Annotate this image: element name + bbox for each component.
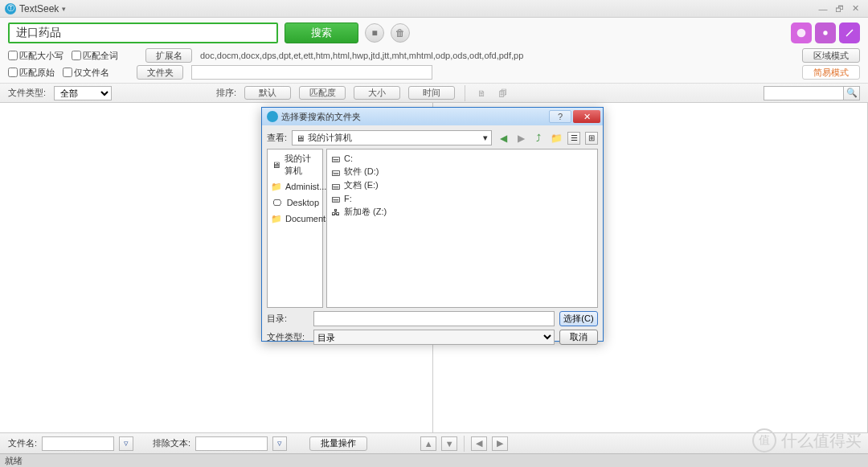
file-type-label: 文件类型: (8, 87, 46, 99)
folder-button[interactable]: 文件夹 (137, 65, 183, 80)
cancel-button[interactable]: 取消 (559, 330, 598, 345)
region-mode-button[interactable]: 区域模式 (802, 48, 860, 63)
computer-icon: 🖥 (296, 133, 305, 143)
arrow-up-button[interactable]: ▲ (420, 436, 436, 451)
match-raw-checkbox[interactable]: 匹配原始 (8, 67, 55, 79)
titlebar: Ⓣ TextSeek ▾ — 🗗 ✕ (0, 0, 868, 18)
toolbar: 搜索 ■ 🗑 匹配大小写 匹配全词 扩展名 doc,docm,docx,dps,… (0, 18, 868, 84)
chevron-down-icon[interactable]: ▾ (62, 5, 66, 13)
place-mycomputer[interactable]: 🖥我的计算机 (269, 151, 321, 178)
maximize-button[interactable]: 🗗 (831, 2, 847, 15)
sort-time[interactable]: 时间 (408, 86, 455, 100)
desktop-icon: 🖵 (271, 196, 284, 209)
select-button[interactable]: 选择(C) (559, 311, 598, 326)
search-input[interactable] (8, 23, 278, 43)
up-icon[interactable]: ⤴ (532, 132, 545, 145)
file-type-select[interactable]: 全部 (54, 86, 112, 100)
app-title: TextSeek (19, 3, 59, 14)
lookin-label: 查看: (267, 132, 287, 144)
funnel-icon[interactable]: ▿ (119, 436, 133, 451)
exclude-text-label: 排除文本: (153, 437, 190, 449)
folder-dialog: 选择要搜索的文件夹 ? ✕ 查看: 🖥 我的计算机 ▾ ◀ ▶ ⤴ 📁 ☰ ⊞ … (261, 107, 604, 342)
settings-icon[interactable] (815, 23, 836, 43)
arrow-down-button[interactable]: ▼ (441, 436, 457, 451)
list-item[interactable]: 🖧新加卷 (Z:) (330, 205, 595, 219)
computer-icon: 🖥 (271, 158, 281, 171)
close-button[interactable]: ✕ (847, 2, 863, 15)
bottom-bar: 文件名: ▿ 排除文本: ▿ 批量操作 ▲ ▼ ◀ ▶ (0, 432, 868, 453)
new-folder-icon[interactable]: 📁 (550, 132, 563, 145)
drive-icon: 🖴 (330, 180, 341, 191)
status-text: 就绪 (5, 456, 23, 465)
back-icon[interactable]: ◀ (497, 132, 510, 145)
list-view-icon[interactable]: ☰ (567, 132, 580, 145)
netdrive-icon: 🖧 (330, 207, 341, 218)
place-desktop[interactable]: 🖵Desktop (269, 195, 321, 211)
place-admin[interactable]: 📁Administ... (269, 178, 321, 195)
funnel-icon-2[interactable]: ▿ (272, 436, 287, 451)
arrow-left-button[interactable]: ◀ (471, 436, 487, 451)
places-panel: 🖥我的计算机 📁Administ... 🖵Desktop 📁Documents (267, 149, 323, 308)
type-label: 文件类型: (267, 331, 309, 343)
drive-icon: 🖴 (330, 193, 341, 204)
app-icon: Ⓣ (5, 3, 16, 14)
extensions-button[interactable]: 扩展名 (145, 48, 192, 63)
filename-filter-label: 文件名: (8, 437, 37, 449)
list-item[interactable]: 🖴F: (330, 192, 595, 205)
dialog-close-button[interactable]: ✕ (573, 110, 600, 123)
extensions-text: doc,docm,docx,dps,dpt,et,ett,htm,html,hw… (200, 51, 523, 60)
lookin-combo[interactable]: 🖥 我的计算机 ▾ (292, 130, 492, 145)
dir-input[interactable] (313, 311, 555, 326)
preview-search-button[interactable]: 🔍 (844, 86, 860, 100)
file-listing: 🖴C: 🖴软件 (D:) 🖴文档 (E:) 🖴F: 🖧新加卷 (Z:) (326, 149, 598, 308)
dir-label: 目录: (267, 313, 309, 325)
sort-relevance[interactable]: 匹配度 (299, 86, 346, 100)
sort-default[interactable]: 默认 (244, 86, 291, 100)
match-case-checkbox[interactable]: 匹配大小写 (8, 50, 63, 62)
status-bar: 就绪 (0, 453, 868, 467)
lookin-value: 我的计算机 (308, 132, 352, 144)
place-documents[interactable]: 📁Documents (269, 211, 321, 227)
preview-search-input[interactable] (764, 86, 844, 100)
list-item[interactable]: 🖴C: (330, 152, 595, 165)
document-icon[interactable]: 🗎 (475, 87, 488, 100)
dialog-title: 选择要搜索的文件夹 (281, 111, 361, 123)
list-item[interactable]: 🖴软件 (D:) (330, 165, 595, 178)
type-select[interactable]: 目录 (313, 330, 555, 345)
sort-size[interactable]: 大小 (354, 86, 400, 100)
copy-icon[interactable]: 🗐 (496, 87, 509, 100)
stop-button[interactable]: ■ (365, 23, 384, 43)
folder-icon: 📁 (271, 180, 282, 193)
minimize-button[interactable]: — (815, 2, 831, 15)
exclude-text-input[interactable] (195, 436, 268, 451)
dialog-app-icon (267, 111, 278, 122)
match-whole-checkbox[interactable]: 匹配全词 (72, 50, 118, 62)
search-button[interactable]: 搜索 (285, 23, 358, 43)
drive-icon: 🖴 (330, 153, 341, 164)
arrow-right-button[interactable]: ▶ (492, 436, 508, 451)
list-item[interactable]: 🖴文档 (E:) (330, 178, 595, 192)
batch-button[interactable]: 批量操作 (309, 436, 367, 451)
drive-icon: 🖴 (330, 166, 341, 178)
folder-input[interactable] (191, 65, 432, 80)
dialog-titlebar[interactable]: 选择要搜索的文件夹 ? ✕ (262, 108, 603, 125)
help-icon[interactable] (839, 23, 860, 43)
clear-button[interactable]: 🗑 (391, 23, 410, 43)
filename-only-checkbox[interactable]: 仅文件名 (63, 67, 109, 79)
detail-view-icon[interactable]: ⊞ (585, 132, 598, 145)
like-icon[interactable] (791, 23, 812, 43)
sort-label: 排序: (216, 87, 236, 99)
chevron-down-icon[interactable]: ▾ (483, 133, 488, 143)
dialog-help-button[interactable]: ? (549, 110, 571, 123)
simple-mode-button[interactable]: 简易模式 (802, 65, 860, 80)
filename-filter-input[interactable] (42, 436, 114, 451)
svg-point-0 (797, 29, 806, 38)
filter-bar: 文件类型: 全部 排序: 默认 匹配度 大小 时间 🗎 🗐 🔍 (0, 84, 868, 103)
folder-icon: 📁 (271, 212, 282, 225)
forward-icon[interactable]: ▶ (514, 132, 527, 145)
